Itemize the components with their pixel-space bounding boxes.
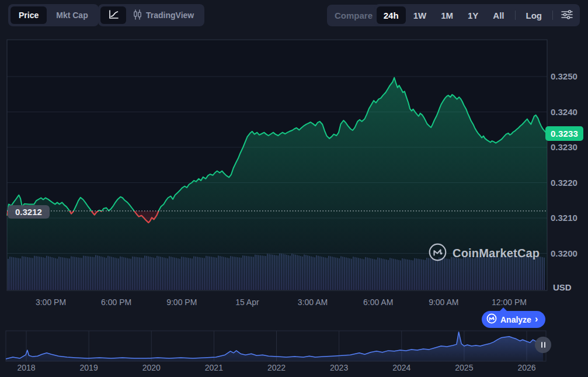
minimap-brush-area[interactable] [6, 331, 546, 361]
analyze-logo-icon [486, 313, 497, 326]
line-chart-icon [109, 10, 119, 21]
range-button-24h[interactable]: 24h [377, 6, 406, 24]
time-range-selector: 24h1W1M1YAll Log [374, 4, 580, 26]
y-axis-label: 0.3200 [551, 248, 577, 258]
x-axis-label: 9:00 PM [166, 298, 197, 307]
year-label: 2026 [517, 363, 535, 372]
sliders-icon [561, 10, 573, 21]
year-label: 2018 [17, 363, 35, 372]
analyze-button[interactable]: Analyze › [482, 311, 545, 328]
price-mktcap-toggle: Price Mkt Cap [8, 4, 99, 26]
range-button-all[interactable]: All [486, 6, 511, 24]
x-axis-label: 15 Apr [235, 298, 259, 307]
analyze-label: Analyze [500, 315, 531, 324]
tradingview-label: TradingView [146, 11, 194, 20]
y-axis-label: 0.3210 [551, 213, 577, 223]
y-axis-label: 0.3250 [551, 71, 577, 81]
year-label: 2024 [392, 363, 410, 372]
line-chart-toggle-button[interactable] [100, 6, 126, 24]
tab-price[interactable]: Price [11, 6, 47, 24]
y-axis-label: 0.3220 [551, 178, 577, 188]
year-label: 2022 [267, 363, 286, 372]
year-label: 2021 [205, 363, 223, 372]
x-axis-label: 12:00 PM [492, 298, 527, 307]
divider [552, 11, 553, 20]
x-axis-label: 6:00 PM [101, 298, 131, 307]
range-button-1y[interactable]: 1Y [461, 6, 485, 24]
chart-style-toggle: TradingView [98, 4, 204, 26]
range-button-1w[interactable]: 1W [406, 6, 434, 24]
current-price-badge: 0.3233 [545, 126, 583, 141]
x-axis-label: 3:00 PM [36, 298, 66, 307]
range-button-1m[interactable]: 1M [434, 6, 460, 24]
divider [515, 11, 516, 20]
year-label: 2023 [330, 363, 348, 372]
log-scale-button[interactable]: Log [519, 6, 549, 24]
brush-handle[interactable] [535, 337, 551, 353]
tab-mktcap[interactable]: Mkt Cap [48, 6, 96, 24]
x-axis-label: 3:00 AM [298, 298, 328, 307]
chart-settings-button[interactable] [556, 6, 577, 24]
year-label: 2025 [455, 363, 473, 372]
price-chart-page: Price Mkt Cap TradingView [0, 0, 588, 377]
tradingview-toggle-button[interactable]: TradingView [127, 9, 202, 22]
year-label: 2020 [142, 363, 161, 372]
y-axis-label: 0.3230 [551, 142, 577, 152]
compare-label: Compare [335, 11, 373, 20]
x-axis-label: 9:00 AM [429, 298, 458, 307]
price-chart-hover-area[interactable] [7, 40, 547, 290]
x-axis-label: 6:00 AM [363, 298, 393, 307]
y-axis-label: 0.3240 [551, 107, 577, 117]
currency-label: USD [553, 282, 572, 292]
candlestick-icon [133, 9, 142, 22]
chevron-right-icon: › [535, 314, 538, 324]
year-label: 2019 [80, 363, 98, 372]
